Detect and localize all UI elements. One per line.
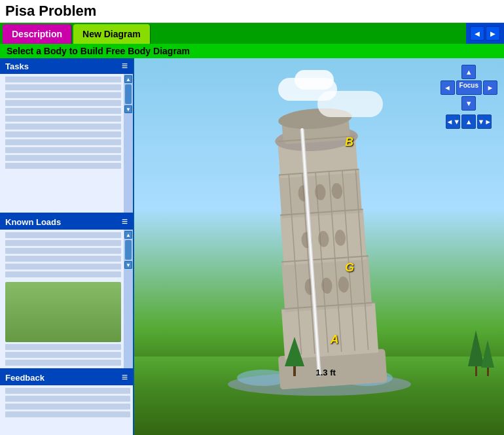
instruction-bar: Select a Body to Build Free Body Diagram	[0, 44, 504, 58]
feedback-line	[5, 411, 130, 417]
tasks-label: Tasks	[5, 61, 29, 71]
tree-right-2	[481, 340, 494, 376]
task-line	[5, 77, 121, 82]
known-loads-label: Known Loads	[5, 217, 61, 227]
task-line	[5, 163, 121, 169]
known-loads-bg	[5, 282, 121, 342]
task-line	[5, 124, 121, 130]
focus-button[interactable]: Focus	[456, 80, 482, 95]
tasks-scrollbar[interactable]: ▲ ▼	[124, 74, 133, 213]
svg-marker-34	[481, 340, 494, 368]
known-loads-lines	[0, 230, 124, 368]
tab-bar: Description New Diagram ◄ ►	[0, 23, 504, 44]
scroll-thumb[interactable]	[125, 240, 132, 260]
tab-description-label: Description	[12, 29, 62, 39]
known-loads-content: ▲ ▼	[0, 230, 133, 368]
task-line	[5, 84, 121, 90]
nav-row-down: ▼	[461, 96, 476, 111]
load-line	[5, 344, 121, 350]
nav-right-button[interactable]: ►	[483, 80, 497, 95]
tasks-menu-icon[interactable]: ≡	[122, 60, 128, 72]
zoom-in-button[interactable]: ▲	[461, 114, 476, 129]
cloud-2	[295, 70, 334, 90]
tasks-header: Tasks ≡	[0, 58, 133, 74]
measurement-label: 1.3 ft	[316, 368, 336, 377]
load-line	[5, 256, 121, 262]
scroll-up-button[interactable]: ▲	[124, 231, 132, 239]
feedback-line	[5, 396, 130, 402]
task-line	[5, 116, 121, 122]
nav-arrows: ◄ ►	[466, 23, 504, 44]
task-line	[5, 147, 121, 153]
nav-controls: ▲ ◄ Focus ► ▼ ◄▼ ▲ ▼►	[441, 65, 497, 129]
feedback-line	[5, 404, 130, 409]
prev-button[interactable]: ◄	[470, 26, 484, 41]
tab-new-diagram-label: New Diagram	[82, 29, 141, 39]
instruction-text: Select a Body to Build Free Body Diagram	[7, 46, 190, 56]
task-line	[5, 155, 121, 161]
load-line	[5, 271, 121, 277]
nav-row-up: ▲	[461, 65, 476, 79]
scroll-up-button[interactable]: ▲	[124, 75, 132, 83]
tab-new-diagram[interactable]: New Diagram	[73, 24, 151, 44]
tasks-content: ▲ ▼	[0, 74, 133, 213]
known-loads-menu-icon[interactable]: ≡	[122, 216, 128, 228]
scroll-thumb[interactable]	[125, 84, 132, 104]
feedback-label: Feedback	[5, 373, 45, 383]
feedback-line	[5, 388, 130, 394]
load-line	[5, 360, 121, 366]
scroll-down-button[interactable]: ▼	[124, 105, 132, 113]
tasks-lines	[0, 74, 124, 213]
tree-left	[285, 337, 304, 376]
task-line	[5, 131, 121, 137]
zoom-tl-button[interactable]: ◄▼	[446, 114, 460, 129]
load-line	[5, 352, 121, 358]
task-line	[5, 100, 121, 106]
tower-svg	[242, 100, 405, 391]
nav-row-middle: ◄ Focus ►	[441, 80, 497, 95]
next-button[interactable]: ►	[486, 26, 500, 41]
load-line	[5, 264, 121, 270]
title-text: Pisa Problem	[5, 3, 96, 19]
task-line	[5, 92, 121, 98]
load-line	[5, 240, 121, 246]
task-line	[5, 139, 121, 145]
scroll-down-button[interactable]: ▼	[124, 261, 132, 269]
zoom-tr-button[interactable]: ▼►	[477, 114, 492, 129]
label-a[interactable]: A	[330, 333, 338, 347]
measurement-text: 1.3 ft	[316, 368, 336, 377]
svg-marker-30	[285, 337, 304, 366]
known-loads-header: Known Loads ≡	[0, 214, 133, 230]
cloud-3	[317, 91, 383, 117]
nav-row-zoom: ◄▼ ▲ ▼►	[446, 114, 492, 129]
load-line	[5, 248, 121, 254]
load-line	[5, 232, 121, 238]
main-area: Tasks ≡	[0, 58, 504, 435]
feedback-header: Feedback ≡	[0, 370, 133, 385]
feedback-content	[0, 385, 133, 435]
known-loads-section: Known Loads ≡	[0, 214, 133, 368]
nav-left-button[interactable]: ◄	[441, 80, 455, 95]
nav-down-button[interactable]: ▼	[461, 96, 476, 111]
label-g[interactable]: G	[345, 261, 354, 275]
nav-up-button[interactable]: ▲	[461, 65, 476, 79]
sidebar: Tasks ≡	[0, 58, 134, 435]
scene[interactable]: B G A 1.3 ft	[134, 58, 504, 435]
label-b[interactable]: B	[345, 135, 353, 149]
known-loads-scrollbar[interactable]: ▲ ▼	[124, 230, 133, 368]
task-line	[5, 108, 121, 114]
page-title: Pisa Problem	[0, 0, 504, 23]
feedback-section: Feedback ≡	[0, 370, 133, 435]
tab-description[interactable]: Description	[3, 24, 72, 44]
feedback-lines	[0, 385, 133, 435]
feedback-menu-icon[interactable]: ≡	[122, 372, 128, 383]
tasks-section: Tasks ≡	[0, 58, 133, 213]
